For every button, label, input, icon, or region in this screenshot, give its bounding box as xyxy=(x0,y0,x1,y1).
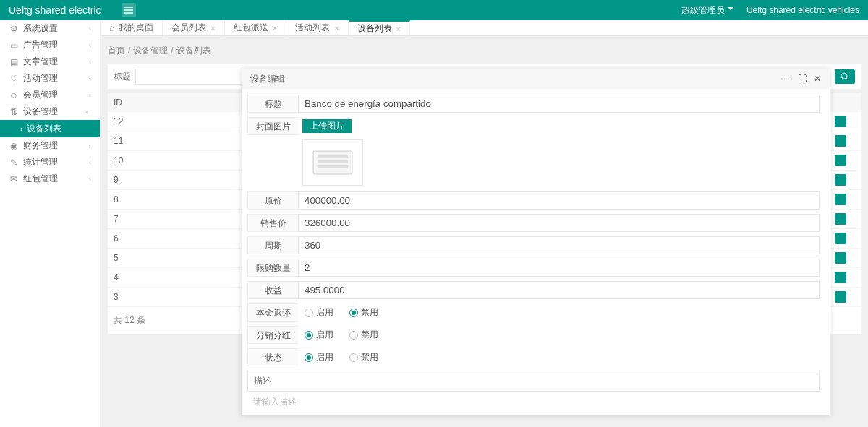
input-origin[interactable] xyxy=(298,191,820,210)
svg-rect-4 xyxy=(318,165,348,168)
chevron-icon: ‹ xyxy=(89,91,91,99)
tab-bar: ⌂我的桌面会员列表×红包派送×活动列表×设备列表× xyxy=(101,20,868,36)
sidebar-icon: ⇅ xyxy=(9,107,19,117)
tab-0[interactable]: ⌂我的桌面 xyxy=(101,20,163,35)
search-icon xyxy=(841,72,849,81)
brand-title: Ueltg shared electric xyxy=(9,4,101,16)
chevron-icon: ‹ xyxy=(89,74,91,82)
device-thumbnail-icon xyxy=(307,147,358,178)
sidebar-icon: ▭ xyxy=(9,40,19,51)
search-input[interactable] xyxy=(135,69,258,85)
chevron-icon: ‹ xyxy=(89,175,91,183)
sidebar: ⚙系统设置‹▭广告管理‹▤文章管理‹♡活动管理‹☺会员管理‹⇅设备管理⌄›设备列… xyxy=(0,20,101,427)
tab-close-icon[interactable]: × xyxy=(273,24,277,33)
label-status: 状态 xyxy=(247,348,298,366)
minimize-icon[interactable]: — xyxy=(782,74,791,84)
sidebar-item-3[interactable]: ♡活动管理‹ xyxy=(0,70,100,87)
row-action-button[interactable] xyxy=(835,272,846,283)
input-income[interactable] xyxy=(298,281,820,299)
row-action-button[interactable] xyxy=(835,116,846,127)
search-button[interactable] xyxy=(835,69,855,84)
edit-modal: 设备编辑 — ⛶ ✕ 标题 封面图片 上传图片 xyxy=(242,69,830,415)
row-action-button[interactable] xyxy=(835,155,846,166)
sidebar-icon: ✉ xyxy=(9,174,19,184)
upload-button[interactable]: 上传图片 xyxy=(302,119,352,133)
desc-header: 描述 xyxy=(247,371,820,392)
row-action-button[interactable] xyxy=(835,194,846,205)
label-principal: 本金返还 xyxy=(247,303,298,322)
sidebar-item-6[interactable]: ◉财务管理‹ xyxy=(0,137,100,154)
chevron-icon: ⌄ xyxy=(85,109,93,115)
maximize-icon[interactable]: ⛶ xyxy=(798,74,807,84)
label-limit: 限购数量 xyxy=(247,259,298,277)
row-action-button[interactable] xyxy=(835,252,846,264)
breadcrumb: 首页/设备管理/设备列表 xyxy=(108,45,861,57)
label-origin: 原价 xyxy=(247,191,298,210)
chevron-icon: ‹ xyxy=(89,25,91,33)
tab-1[interactable]: 会员列表× xyxy=(163,20,224,35)
sidebar-item-1[interactable]: ▭广告管理‹ xyxy=(0,37,100,53)
sidebar-icon: ☺ xyxy=(9,90,19,100)
label-cover: 封面图片 xyxy=(247,117,298,135)
sidebar-item-4[interactable]: ☺会员管理‹ xyxy=(0,87,100,103)
tab-3[interactable]: 活动列表× xyxy=(286,20,348,35)
label-income: 收益 xyxy=(247,281,298,299)
sidebar-icon: ◉ xyxy=(9,141,19,151)
sidebar-item-0[interactable]: ⚙系统设置‹ xyxy=(0,20,100,37)
site-link[interactable]: Ueltg shared electric vehicles xyxy=(746,5,859,15)
input-title[interactable] xyxy=(298,95,820,113)
input-limit[interactable] xyxy=(298,259,820,277)
tab-close-icon[interactable]: × xyxy=(210,24,215,33)
radio-dividend-enable[interactable]: 启用 xyxy=(305,329,333,341)
label-dividend: 分销分红 xyxy=(247,326,298,344)
home-icon: ⌂ xyxy=(109,23,114,33)
chevron-icon: ‹ xyxy=(89,142,91,150)
close-icon[interactable]: ✕ xyxy=(814,74,821,84)
sidebar-icon: ✎ xyxy=(9,158,19,168)
radio-principal: 启用 禁用 xyxy=(298,303,820,322)
search-label: 标题 xyxy=(114,71,131,83)
image-preview[interactable] xyxy=(302,139,363,186)
radio-status-enable[interactable]: 启用 xyxy=(305,351,333,363)
label-sale: 销售价 xyxy=(247,214,298,232)
radio-principal-enable[interactable]: 启用 xyxy=(305,306,333,319)
sidebar-item-8[interactable]: ✉红包管理‹ xyxy=(0,171,100,187)
chevron-icon: ‹ xyxy=(89,158,91,166)
admin-dropdown[interactable]: 超级管理员 xyxy=(681,4,733,17)
sidebar-icon: ▤ xyxy=(9,57,19,67)
row-action-button[interactable] xyxy=(835,174,846,186)
chevron-icon: ‹ xyxy=(89,41,91,49)
tab-close-icon[interactable]: × xyxy=(334,24,339,33)
label-period: 周期 xyxy=(247,236,298,254)
chevron-icon: ‹ xyxy=(89,58,91,66)
radio-status-disable[interactable]: 禁用 xyxy=(349,351,378,363)
svg-rect-2 xyxy=(318,155,348,158)
desc-placeholder[interactable]: 请输入描述 xyxy=(247,392,820,413)
modal-title: 设备编辑 xyxy=(250,73,285,85)
svg-rect-3 xyxy=(318,160,348,163)
sidebar-icon: ⚙ xyxy=(9,24,19,34)
tab-4[interactable]: 设备列表× xyxy=(349,20,410,35)
row-action-button[interactable] xyxy=(835,291,846,303)
sidebar-item-7[interactable]: ✎统计管理‹ xyxy=(0,154,100,171)
sidebar-item-5[interactable]: ⇅设备管理⌄ xyxy=(0,103,100,120)
radio-status: 启用 禁用 xyxy=(298,348,820,366)
label-title: 标题 xyxy=(247,95,298,113)
radio-dividend-disable[interactable]: 禁用 xyxy=(349,329,378,341)
sidebar-icon: ♡ xyxy=(9,74,19,84)
hamburger-icon xyxy=(124,7,133,14)
tab-2[interactable]: 红包派送× xyxy=(225,20,286,35)
radio-principal-disable[interactable]: 禁用 xyxy=(349,306,378,319)
menu-toggle[interactable] xyxy=(122,3,136,17)
radio-dividend: 启用 禁用 xyxy=(298,326,820,344)
sidebar-item-2[interactable]: ▤文章管理‹ xyxy=(0,53,100,70)
sidebar-sub-device-list[interactable]: ›设备列表 xyxy=(0,120,100,137)
input-sale[interactable] xyxy=(298,214,820,232)
row-action-button[interactable] xyxy=(835,135,846,147)
svg-point-0 xyxy=(841,73,847,79)
input-period[interactable] xyxy=(298,236,820,254)
row-action-button[interactable] xyxy=(835,213,846,225)
tab-close-icon[interactable]: × xyxy=(396,25,401,33)
row-action-button[interactable] xyxy=(835,233,846,244)
